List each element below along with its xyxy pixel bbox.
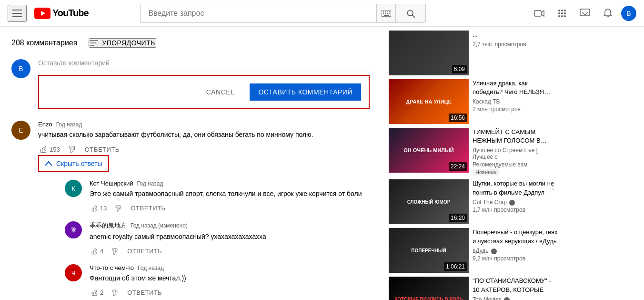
svg-point-20 xyxy=(561,12,563,14)
reply-actions: 2 ОТВЕТИТЬ xyxy=(90,287,370,298)
search-button[interactable] xyxy=(395,4,426,23)
svg-rect-9 xyxy=(387,13,388,14)
video-info: Уличная драка, как победить? Чего НЕЛЬЗЯ… xyxy=(473,79,559,124)
reply-body: Кот Чеширский Год назад Это же самый тра… xyxy=(90,180,370,214)
svg-rect-5 xyxy=(387,11,388,12)
messages-icon xyxy=(580,9,590,18)
svg-point-21 xyxy=(564,12,566,14)
toggle-replies-label: Скрыть ответы xyxy=(56,160,102,167)
video-more-button[interactable]: ⋮ xyxy=(547,179,559,194)
svg-line-13 xyxy=(413,15,415,17)
reply-dislike-button[interactable] xyxy=(109,288,120,298)
sidebar-video-item[interactable]: СЛОЖНЫЙ ЮМОР 16:20 Шутки, которые вы мог… xyxy=(389,179,559,224)
reply-dislike-button[interactable] xyxy=(109,246,120,257)
comment-input-area: B Оставьте комментарий CANCEL ОСТАВИТЬ К… xyxy=(11,59,370,109)
video-views: 2,7 тыс. просмотров xyxy=(473,41,559,48)
sort-button[interactable]: УПОРЯДОЧИТЬ xyxy=(89,38,156,48)
video-duration: 16:56 xyxy=(449,114,467,122)
toggle-replies-button[interactable]: Скрыть ответы xyxy=(38,155,109,172)
sidebar-video-item[interactable]: ОН ОЧЕНЬ МИЛЫЙ 22:24 ТИММЕЙТ С САМЫМ НЕЖ… xyxy=(389,128,559,176)
video-channel: вДудь xyxy=(473,248,559,254)
verified-icon xyxy=(491,248,497,254)
video-views: Рекомендуемые вам xyxy=(473,161,559,168)
reply-author[interactable]: Что-то с чем-то xyxy=(90,264,134,271)
video-thumbnail: ПОПЕРЕЧНЫЙ 1:06:21 xyxy=(389,228,469,273)
video-info: ... 2,7 тыс. просмотров xyxy=(473,31,559,75)
video-badge: Новинка xyxy=(473,169,499,176)
dislike-button[interactable] xyxy=(66,144,77,155)
reply-button[interactable]: ОТВЕТИТЬ xyxy=(81,144,123,155)
user-avatar[interactable]: B xyxy=(621,6,636,21)
comment-author[interactable]: Enzo xyxy=(38,121,52,128)
like-count: 153 xyxy=(50,146,60,153)
reply-meta: Что-то с чем-то Год назад xyxy=(90,264,370,271)
video-title: Шутки, которые вы могли не понять в филь… xyxy=(473,179,559,197)
reply-like-button[interactable]: 2 xyxy=(90,287,105,298)
video-title: Поперечный - о цензуре, геях и чувствах … xyxy=(473,228,559,245)
reply-actions: 13 ОТВЕТИТЬ xyxy=(90,203,370,214)
video-duration: 6:09 xyxy=(452,65,467,73)
submit-comment-button[interactable]: ОСТАВИТЬ КОММЕНТАРИЙ xyxy=(250,83,361,101)
video-duration: 1:06:21 xyxy=(444,262,467,271)
sidebar-video-item[interactable]: ДРАКЕ НА УЛИЦЕ 16:56 Уличная драка, как … xyxy=(389,79,559,124)
video-channel: Top Movies xyxy=(473,296,559,300)
messages-button[interactable] xyxy=(575,4,594,23)
reply-meta: Кот Чеширский Год назад xyxy=(90,180,370,187)
reply-like-button[interactable]: 4 xyxy=(90,246,105,257)
keyboard-button[interactable] xyxy=(376,4,395,23)
logo-text-label: YouTube xyxy=(52,8,89,19)
video-duration: 16:20 xyxy=(449,214,467,222)
reply-date: Год назад xyxy=(138,265,164,271)
verified-icon xyxy=(504,297,510,300)
thumbs-down-icon xyxy=(111,248,118,255)
svg-rect-4 xyxy=(385,11,386,12)
header: YouTube xyxy=(0,0,644,27)
chevron-up-icon xyxy=(45,161,52,166)
sidebar: 6:09 ... 2,7 тыс. просмотров ДРАКЕ НА УЛ… xyxy=(381,27,567,300)
reply-reply-button[interactable]: ОТВЕТИТЬ xyxy=(127,203,169,214)
reply-text: Фантоцци об этом же мечтал.)) xyxy=(90,273,370,283)
sidebar-video-item[interactable]: ПОПЕРЕЧНЫЙ 1:06:21 Поперечный - о цензур… xyxy=(389,228,559,273)
video-title: Уличная драка, как победить? Чего НЕЛЬЗЯ… xyxy=(473,79,559,96)
reply-reply-button[interactable]: ОТВЕТИТЬ xyxy=(123,246,166,257)
svg-rect-11 xyxy=(384,15,389,16)
video-duration: 22:24 xyxy=(449,162,467,171)
hamburger-menu-button[interactable] xyxy=(8,5,27,22)
search-input[interactable] xyxy=(140,4,376,23)
comment-actions: 153 ОТВЕТИТЬ xyxy=(38,144,370,155)
reply-item: 乖 乖乖的鬼地方 Год назад (изменено) anemic roy… xyxy=(65,221,370,257)
comment-placeholder[interactable]: Оставьте комментарий xyxy=(38,59,370,71)
reply-actions: 4 ОТВЕТИТЬ xyxy=(90,246,370,257)
reply-like-button[interactable]: 13 xyxy=(90,203,109,214)
reply-reply-button[interactable]: ОТВЕТИТЬ xyxy=(123,287,166,298)
reply-avatar: К xyxy=(65,180,82,197)
svg-rect-14 xyxy=(534,10,541,16)
sidebar-video-item[interactable]: КОТОРЫЕ ВКИЛИСЬ В РОЛЬ 21:56 "ПО СТАНИСЛ… xyxy=(389,277,559,300)
video-thumbnail: СЛОЖНЫЙ ЮМОР 16:20 xyxy=(389,179,469,224)
cancel-button[interactable]: CANCEL xyxy=(199,84,242,100)
sort-icon xyxy=(90,40,98,46)
notifications-button[interactable] xyxy=(598,4,617,23)
apps-button[interactable] xyxy=(553,4,572,23)
video-channel: Cut The Crap xyxy=(473,199,559,206)
video-thumbnail: 6:09 xyxy=(389,31,469,75)
sidebar-video-item[interactable]: 6:09 ... 2,7 тыс. просмотров xyxy=(389,31,559,75)
main-content: 208 комментариев УПОРЯДОЧИТЬ B Оставьте … xyxy=(0,27,381,300)
sort-label: УПОРЯДОЧИТЬ xyxy=(102,39,155,47)
reply-author[interactable]: 乖乖的鬼地方 xyxy=(90,221,127,230)
video-info: Шутки, которые вы могли не понять в филь… xyxy=(473,179,559,224)
youtube-logo[interactable]: YouTube xyxy=(34,8,89,19)
svg-rect-7 xyxy=(383,13,384,14)
comments-header: 208 комментариев УПОРЯДОЧИТЬ xyxy=(11,38,370,48)
like-button[interactable]: 153 xyxy=(38,144,62,155)
camera-button[interactable] xyxy=(530,4,549,23)
thumbs-up-icon xyxy=(91,205,98,212)
svg-point-17 xyxy=(561,10,563,11)
reply-author[interactable]: Кот Чеширский xyxy=(90,180,133,187)
reply-date: Год назад (изменено) xyxy=(131,222,188,229)
reply-avatar: Ч xyxy=(65,264,82,281)
reply-dislike-button[interactable] xyxy=(112,203,123,214)
video-title: "ПО СТАНИСЛАВСКОМУ" - 10 АКТЕРОВ, КОТОРЫ… xyxy=(473,277,559,294)
replies-section: К Кот Чеширский Год назад Это же самый т… xyxy=(65,180,370,298)
thumbs-up-icon xyxy=(91,248,98,255)
